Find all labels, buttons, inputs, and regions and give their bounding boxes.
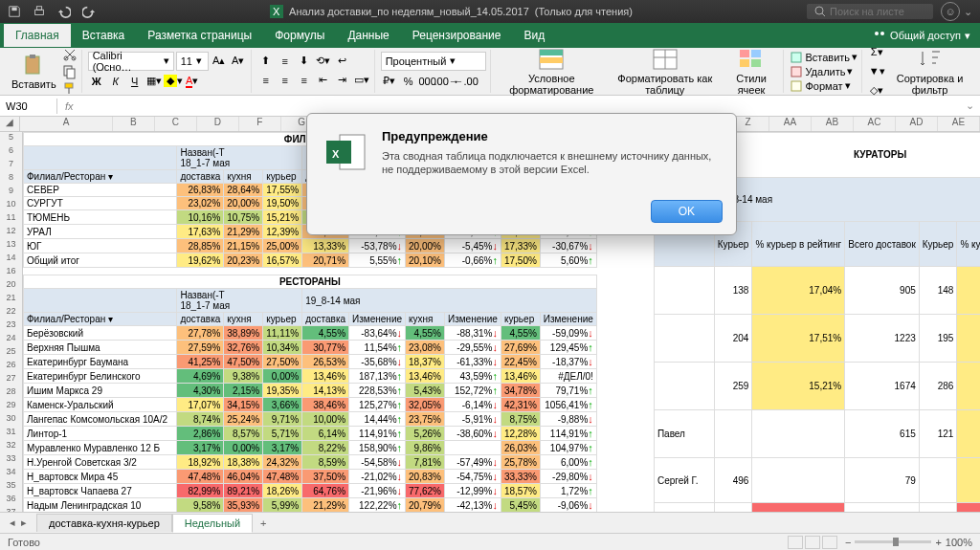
normal-view-icon[interactable] bbox=[788, 536, 803, 549]
paste-button[interactable]: Вставить bbox=[8, 52, 60, 92]
col-header[interactable]: AD bbox=[896, 117, 938, 131]
align-left-icon[interactable]: ≡ bbox=[257, 72, 275, 89]
table-row[interactable]: Каменск-Уральский17,07%34,15%3,66%38,46%… bbox=[24, 398, 597, 412]
expand-formula-icon[interactable]: ⌄ bbox=[960, 99, 980, 112]
autosum-icon[interactable]: Σ▾ bbox=[868, 44, 885, 61]
search-input[interactable] bbox=[830, 6, 925, 17]
row-header[interactable]: 36 bbox=[0, 494, 23, 507]
cut-icon[interactable] bbox=[62, 47, 78, 62]
page-layout-icon[interactable] bbox=[805, 536, 820, 549]
zoom-slider[interactable] bbox=[855, 540, 931, 543]
col-header[interactable]: AC bbox=[854, 117, 896, 131]
insert-cells-button[interactable]: Вставить▾ bbox=[790, 51, 858, 64]
fx-icon[interactable]: fx bbox=[57, 100, 81, 112]
table-row[interactable]: Н_вартовск Мира 4547,48%46,04%47,48%37,5… bbox=[24, 470, 597, 484]
row-header[interactable]: 7 bbox=[0, 159, 23, 172]
col-header[interactable]: AA bbox=[769, 117, 812, 131]
table-row[interactable]: Сергей Г.4967915,93% bbox=[654, 458, 980, 503]
row-header[interactable]: 31 bbox=[0, 427, 23, 440]
col-header[interactable]: A bbox=[20, 117, 113, 131]
tab-layout[interactable]: Разметка страницы bbox=[136, 24, 263, 47]
format-table-button[interactable]: Форматировать как таблицу bbox=[609, 46, 722, 98]
table-row[interactable]: Екатеринбург Белинского4,69%9,38%0,00%13… bbox=[24, 369, 597, 384]
font-size-select[interactable]: 11▾ bbox=[176, 52, 209, 71]
font-name-select[interactable]: Calibri (Осно…▾ bbox=[88, 52, 174, 71]
table-row[interactable]: Верхняя Пышма27,59%32,76%10,34%30,77%11,… bbox=[24, 341, 597, 355]
row-header[interactable]: 28 bbox=[0, 386, 23, 400]
col-header[interactable]: F bbox=[239, 117, 281, 131]
table-row[interactable]: Надым Ленинградская 109,58%35,93%5,99%21… bbox=[24, 498, 597, 513]
table-row[interactable]: Берёзовский27,78%38,89%11,11%4,55%-83,64… bbox=[24, 326, 597, 341]
row-header[interactable]: 6 bbox=[0, 145, 23, 159]
tab-formulas[interactable]: Формулы bbox=[263, 24, 336, 47]
row-header[interactable]: 8 bbox=[0, 172, 23, 186]
percent-icon[interactable]: % bbox=[400, 73, 417, 90]
cell-styles-button[interactable]: Стили ячеек bbox=[724, 46, 780, 98]
print-icon[interactable] bbox=[33, 5, 46, 18]
table-row[interactable]: Муравленко Муравленко 12 Б3,17%0,00%3,17… bbox=[24, 441, 597, 455]
row-header[interactable]: 20 bbox=[0, 279, 23, 293]
sheet-tab[interactable]: доставка-кухня-курьер bbox=[36, 514, 172, 532]
row-header[interactable]: 25 bbox=[0, 346, 23, 360]
currency-icon[interactable]: ₽▾ bbox=[381, 73, 398, 90]
align-middle-icon[interactable]: ≡ bbox=[277, 53, 294, 70]
row-header[interactable]: 22 bbox=[0, 306, 23, 319]
row-header[interactable]: 12 bbox=[0, 226, 23, 239]
wrap-text-icon[interactable]: ↩ bbox=[334, 53, 351, 70]
align-right-icon[interactable]: ≡ bbox=[296, 72, 313, 89]
row-header[interactable]: 14 bbox=[0, 253, 23, 266]
copy-icon[interactable] bbox=[62, 64, 78, 79]
align-bottom-icon[interactable]: ⬇ bbox=[296, 53, 313, 70]
format-cells-button[interactable]: Формат▾ bbox=[790, 79, 858, 93]
row-header[interactable]: 30 bbox=[0, 413, 23, 427]
col-header[interactable]: B bbox=[113, 117, 155, 131]
conditional-format-button[interactable]: Условное форматирование bbox=[497, 46, 607, 98]
table-row[interactable]: 20417,51%122319515,94%-8,94%↓ bbox=[654, 315, 980, 363]
table-row[interactable]: ЮГ28,85%21,15%25,00%13,33%-53,78%↓20,00%… bbox=[24, 239, 597, 253]
redo-icon[interactable] bbox=[82, 5, 96, 18]
row-header[interactable]: 24 bbox=[0, 333, 23, 346]
underline-button[interactable]: Ч bbox=[126, 73, 144, 90]
align-center-icon[interactable]: ≡ bbox=[277, 72, 294, 89]
col-header[interactable]: C bbox=[155, 117, 197, 131]
table-row[interactable]: 13817,04%90514816,35%-4,01%↓ bbox=[654, 267, 980, 315]
zoom-level[interactable]: 100% bbox=[946, 537, 972, 548]
row-header[interactable]: 33 bbox=[0, 453, 23, 467]
row-header[interactable]: 32 bbox=[0, 440, 23, 453]
table-row[interactable]: Н.Уренгой Советская 3/218,92%18,38%24,32… bbox=[24, 455, 597, 470]
col-header[interactable]: AB bbox=[812, 117, 854, 131]
row-header[interactable]: 11 bbox=[0, 212, 23, 226]
bold-button[interactable]: Ж bbox=[88, 73, 105, 90]
increase-indent-icon[interactable]: ⇥ bbox=[334, 72, 351, 89]
font-color-icon[interactable]: A▾ bbox=[184, 73, 201, 90]
decrease-indent-icon[interactable]: ⇤ bbox=[315, 72, 332, 89]
table-row[interactable]: Ишим Маркса 294,30%2,15%19,35%14,13%228,… bbox=[24, 384, 597, 398]
last-sheet-icon[interactable]: ▸ bbox=[19, 517, 29, 529]
save-icon[interactable] bbox=[8, 5, 21, 18]
first-sheet-icon[interactable]: ◂ bbox=[8, 517, 17, 529]
decrease-decimal-icon[interactable]: ←.00 bbox=[457, 73, 475, 90]
row-header[interactable]: 13 bbox=[0, 239, 23, 253]
row-header[interactable]: 10 bbox=[0, 199, 23, 212]
row-header[interactable]: 26 bbox=[0, 360, 23, 373]
merge-icon[interactable]: ▭▾ bbox=[353, 72, 370, 89]
table-row[interactable]: Общий итог19,62%20,23%16,57%20,71%5,55%↑… bbox=[24, 253, 597, 268]
tab-data[interactable]: Данные bbox=[336, 24, 400, 47]
row-header[interactable]: 5 bbox=[0, 132, 23, 145]
row-header[interactable]: 23 bbox=[0, 319, 23, 333]
table-row[interactable]: 25915,21%167428617,08%12,34%↑ bbox=[654, 363, 980, 410]
row-header[interactable]: 27 bbox=[0, 373, 23, 386]
table-row[interactable]: Лангепас Комсомольская 10А/28,74%25,24%9… bbox=[24, 412, 597, 427]
sheet-tab[interactable]: Недельный bbox=[172, 514, 253, 533]
table-row[interactable]: Павел61512119,67%12,53%↑ bbox=[654, 410, 980, 458]
row-header[interactable]: 21 bbox=[0, 293, 23, 306]
italic-button[interactable]: К bbox=[107, 73, 124, 90]
zoom-out-icon[interactable]: − bbox=[845, 537, 851, 548]
delete-cells-button[interactable]: Удалить▾ bbox=[790, 65, 858, 78]
align-top-icon[interactable]: ⬆ bbox=[257, 53, 275, 70]
page-break-icon[interactable] bbox=[822, 536, 837, 549]
table-row[interactable]: Н_вартовск Чапаева 2782,99%89,21%18,26%6… bbox=[24, 484, 597, 498]
formula-input[interactable] bbox=[81, 104, 960, 108]
fill-icon[interactable]: ▼▾ bbox=[868, 63, 885, 80]
undo-icon[interactable] bbox=[57, 5, 71, 18]
